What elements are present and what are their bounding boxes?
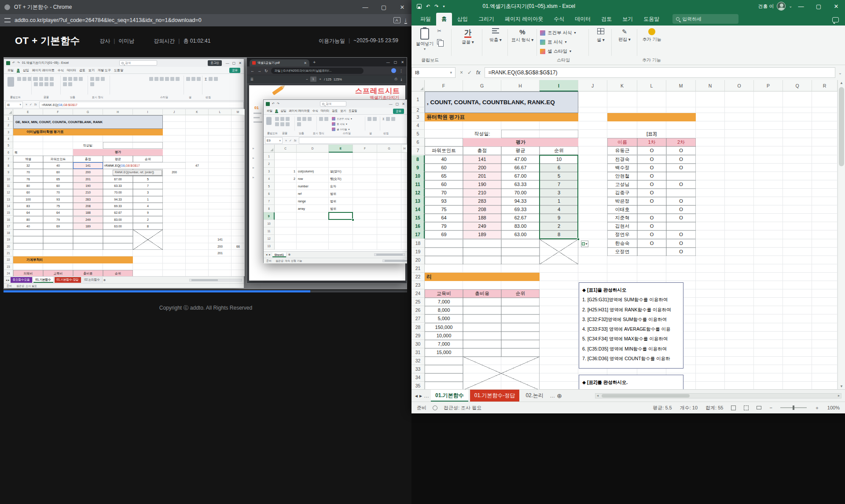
minimize-button[interactable]: — xyxy=(792,0,810,12)
column-header[interactable]: F xyxy=(353,145,377,153)
cell[interactable]: O xyxy=(637,172,666,180)
row-header[interactable]: 14 xyxy=(411,205,425,214)
cell[interactable]: 순위 xyxy=(103,270,133,276)
row-header[interactable]: 1 xyxy=(264,153,275,160)
scroll-up-icon[interactable]: ▲ xyxy=(840,81,843,85)
select-all-corner[interactable] xyxy=(4,109,13,115)
cell[interactable]: 210 xyxy=(463,189,501,197)
cut-icon[interactable]: ✂ xyxy=(437,28,441,34)
row-header[interactable]: 23 xyxy=(411,281,425,289)
cell[interactable]: 65 xyxy=(425,172,463,180)
cell[interactable] xyxy=(425,256,463,264)
minimize-icon[interactable]: — xyxy=(386,60,390,64)
video-progress-track[interactable] xyxy=(4,290,407,292)
cell[interactable] xyxy=(501,314,540,323)
scroll-left-icon[interactable]: ◂ xyxy=(597,394,599,398)
cell[interactable]: 열(영어) xyxy=(329,168,353,175)
title-cell[interactable]: , COUNT, COUNTA, COUNTBLANK, RANK.EQ xyxy=(425,91,578,113)
cell[interactable]: 8,000 xyxy=(425,306,463,314)
column-header[interactable]: I xyxy=(133,109,163,115)
cell[interactable]: O xyxy=(666,239,696,248)
ribbon-tab[interactable]: 페이지 레이아웃 xyxy=(32,68,55,73)
cell[interactable] xyxy=(425,373,463,382)
crossed-cell[interactable] xyxy=(463,357,540,389)
minimize-icon[interactable]: — xyxy=(389,102,393,106)
ribbon-tab[interactable]: 삽입 xyxy=(23,68,29,73)
column-header[interactable]: E xyxy=(13,109,43,115)
row-header[interactable]: 4 xyxy=(411,121,425,130)
row-header[interactable]: 7 xyxy=(4,156,13,162)
cell[interactable] xyxy=(463,348,501,357)
font-group-button[interactable]: 가 글꼴 ▾ xyxy=(456,28,480,45)
add-sheet-icon[interactable]: ⊕ xyxy=(557,392,562,399)
cell[interactable]: 64 xyxy=(13,209,43,216)
cell[interactable] xyxy=(43,230,73,236)
cell[interactable]: 총비용 xyxy=(463,289,501,298)
cell[interactable]: 150,000 xyxy=(425,323,463,332)
table1-banner[interactable]: 이미남컴퓨터학원 평가표 xyxy=(13,129,163,135)
row-header[interactable]: 13 xyxy=(411,197,425,205)
cell[interactable] xyxy=(666,172,696,180)
cell[interactable]: 의복비 xyxy=(13,270,43,276)
ribbon-tab[interactable]: 홈 xyxy=(436,13,452,26)
cell[interactable]: 오정연 xyxy=(607,248,637,256)
conditional-formatting-button[interactable]: 조건부 서식▾ xyxy=(540,28,576,37)
cell[interactable]: 1차 xyxy=(637,138,666,146)
search-box[interactable]: 검색 xyxy=(320,101,346,106)
maximize-icon[interactable]: ▢ xyxy=(396,102,399,106)
column-header[interactable]: M xyxy=(666,80,696,91)
cell[interactable]: 62.67 xyxy=(103,209,133,216)
close-icon[interactable]: ✕ xyxy=(401,60,404,64)
cell[interactable]: 8 xyxy=(540,230,578,239)
cell[interactable]: 5 xyxy=(540,172,578,180)
column-header[interactable]: K xyxy=(186,109,209,115)
row-header[interactable]: 26 xyxy=(411,306,425,314)
row-header[interactable]: 19 xyxy=(4,236,13,243)
row-header[interactable]: 22 xyxy=(411,273,425,281)
cell[interactable]: 10,000 xyxy=(425,332,463,340)
cell[interactable] xyxy=(425,357,463,365)
cell[interactable]: number xyxy=(297,183,329,190)
row-header[interactable]: 11 xyxy=(264,227,275,235)
undo-icon[interactable]: ↶ xyxy=(426,4,430,9)
print-icon[interactable]: ⎙ xyxy=(395,77,397,81)
sheet-nav-right-icon[interactable]: ▸ xyxy=(269,253,270,256)
merged-cell[interactable] xyxy=(425,138,463,146)
cell[interactable] xyxy=(463,340,501,348)
cell[interactable]: 66 xyxy=(231,243,245,250)
cell[interactable]: 69.33 xyxy=(501,205,540,214)
add-sheet-icon[interactable]: ⊕ xyxy=(103,278,106,282)
cell[interactable]: 93 xyxy=(425,197,463,205)
cell[interactable] xyxy=(637,205,666,214)
cell[interactable]: 작성일: xyxy=(463,130,501,138)
table3-banner[interactable] xyxy=(607,113,696,121)
cell[interactable]: 80 xyxy=(13,216,43,223)
cell[interactable]: 63.33 xyxy=(501,180,540,189)
copy-icon[interactable] xyxy=(437,39,441,44)
row-header[interactable]: 5 xyxy=(264,183,275,190)
sheet-tab[interactable]: 01.기본함수-정답 xyxy=(55,277,81,283)
cell[interactable]: 9 xyxy=(540,214,578,222)
scrollbar-thumb[interactable] xyxy=(602,394,690,398)
cell[interactable]: 283 xyxy=(73,196,103,203)
column-header[interactable]: D xyxy=(297,145,329,153)
row-header[interactable]: 15 xyxy=(411,214,425,222)
cell[interactable]: O xyxy=(666,180,696,189)
ribbon-tab[interactable]: 파일 xyxy=(7,68,14,73)
ribbon-tab[interactable]: 도움말 xyxy=(114,68,123,73)
fx-icon[interactable]: fx xyxy=(476,69,480,76)
zoom-in-icon[interactable]: ＋ xyxy=(319,77,322,81)
ribbon-tab[interactable]: 보기 xyxy=(88,68,95,73)
close-icon[interactable]: ✕ xyxy=(402,102,405,106)
normal-view-icon[interactable] xyxy=(731,405,736,410)
ribbon-tab[interactable]: 홈 xyxy=(17,68,20,73)
row-header[interactable]: 13 xyxy=(4,196,13,203)
sheet-nav-left-icon[interactable]: ◂ xyxy=(6,278,7,282)
accessibility-status[interactable]: 접근성: 조사 필요 xyxy=(444,405,481,411)
cell[interactable]: 83.00 xyxy=(501,222,540,230)
formula-edit-cell[interactable]: =RANK.EQ(G8,G8:$G$17 xyxy=(103,162,186,169)
number-group-button[interactable]: % 표시 형식 ▾ xyxy=(510,28,535,43)
cell[interactable] xyxy=(43,243,73,250)
cell[interactable]: 이태호 xyxy=(607,205,637,214)
cell[interactable]: 64 xyxy=(425,214,463,222)
